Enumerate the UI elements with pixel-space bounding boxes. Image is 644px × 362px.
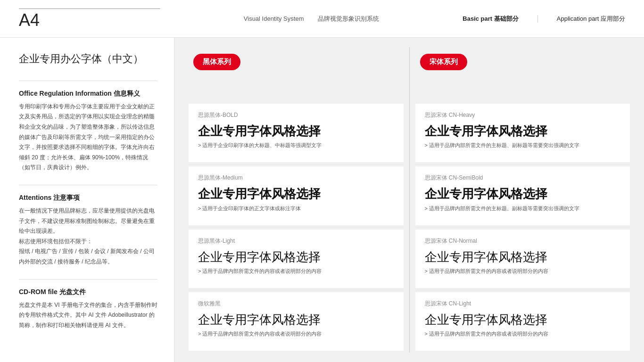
heiti-light-sample: 企业专用字体风格选择 xyxy=(198,250,394,264)
songti-heavy-desc: > 适用于品牌内部所需文件的主标题、副标题等需要突出强调的文字 xyxy=(425,141,621,150)
header-nav: Basic part 基础部分 Application part 应用部分 xyxy=(462,15,625,23)
sidebar-section-body-cdrom: 光盘文件是本 VI 手册电子文件的集合，内含手册制作时的专用软件格式文件。其中 … xyxy=(19,300,157,331)
heiti-column: 黑体系列 思源黑体-BOLD 企业专用字体风格选择 > 适用于企业印刷字体的大标… xyxy=(184,47,408,353)
songti-semibold-name: 思源宋体 CN-SemiBold xyxy=(425,174,621,182)
vi-title-en: Visual Identity System xyxy=(244,15,304,22)
heiti-bold-sample: 企业专用字体风格选择 xyxy=(198,124,394,139)
sidebar-divider-2 xyxy=(19,185,157,185)
sidebar-section-info: Office Regulation Information 信息释义 专用印刷字… xyxy=(19,90,157,173)
heiti-yahei-desc: > 适用于品牌内部所需文件的内容或者说明部分的内容 xyxy=(198,330,394,338)
sidebar-section-body-info: 专用印刷字体和专用办公字体主要应用于企业文献的正文及实务用品，所选定的字体用以实… xyxy=(19,102,157,173)
heiti-card-medium: 思源黑体-Medium 企业专用字体风格选择 > 适用于企业印刷字体的正文字体或… xyxy=(189,166,404,225)
sidebar-section-body-attentions: 在一般情况下使用品牌标志，应尽量使用提供的光盘电子文件，不建议使用标准制图绘制标… xyxy=(19,206,157,267)
songti-semibold-sample: 企业专用字体风格选择 xyxy=(425,187,621,201)
nav-separator xyxy=(537,15,538,23)
songti-badge: 宋体系列 xyxy=(420,54,467,70)
songti-card-normal: 思源宋体 CN-Normal 企业专用字体风格选择 > 适用于品牌内部所需文件的… xyxy=(415,230,630,288)
songti-divider-2 xyxy=(415,227,630,228)
songti-card-light: 思源宋体 CN-Light 企业专用字体风格选择 > 适用于品牌内部所需文件的内… xyxy=(415,292,630,351)
sidebar: 企业专用办公字体（中文） Office Regulation Informati… xyxy=(0,38,174,362)
songti-light-sample: 企业专用字体风格选择 xyxy=(425,313,621,327)
sidebar-section-title-info: Office Regulation Information 信息释义 xyxy=(19,90,157,98)
heiti-medium-desc: > 适用于企业印刷字体的正文字体或标注字体 xyxy=(198,205,394,213)
nav-application-part[interactable]: Application part 应用部分 xyxy=(557,15,625,23)
main-layout: 企业专用办公字体（中文） Office Regulation Informati… xyxy=(0,38,644,362)
heiti-light-desc: > 适用于品牌内部所需文件的内容或者说明部分的内容 xyxy=(198,267,394,276)
heiti-yahei-sample: 企业专用字体风格选择 xyxy=(198,313,394,327)
heiti-divider-2 xyxy=(189,227,404,228)
heiti-card-bold: 思源黑体-BOLD 企业专用字体风格选择 > 适用于企业印刷字体的大标题、中标题… xyxy=(189,104,404,162)
sidebar-divider-1 xyxy=(19,81,157,81)
heiti-bold-name: 思源黑体-BOLD xyxy=(198,111,394,119)
header-top-rule xyxy=(19,8,160,9)
font-content: 黑体系列 思源黑体-BOLD 企业专用字体风格选择 > 适用于企业印刷字体的大标… xyxy=(174,38,644,362)
heiti-divider-1 xyxy=(189,164,404,165)
songti-light-desc: > 适用于品牌内部所需文件的内容或者说明部分的内容 xyxy=(425,330,621,338)
songti-normal-name: 思源宋体 CN-Normal xyxy=(425,237,621,245)
header-title-group: Visual Identity System 品牌视觉形象识别系统 xyxy=(244,15,380,23)
songti-normal-desc: > 适用于品牌内部所需文件的内容或者说明部分的内容 xyxy=(425,267,621,276)
songti-column: 宋体系列 思源宋体 CN-Heavy 企业专用字体风格选择 > 适用于品牌内部所… xyxy=(411,47,635,353)
heiti-header: 黑体系列 xyxy=(184,47,408,102)
header: A4 Visual Identity System 品牌视觉形象识别系统 Bas… xyxy=(0,0,644,38)
column-separator xyxy=(409,47,410,353)
heiti-yahei-name: 微软雅黑 xyxy=(198,300,394,308)
nav-basic-part[interactable]: Basic part 基础部分 xyxy=(462,15,518,23)
songti-heavy-sample: 企业专用字体风格选择 xyxy=(425,124,621,139)
sidebar-divider-3 xyxy=(19,279,157,280)
songti-semibold-desc: > 适用于品牌内部所需文件的主标题、副标题等需要突出强调的文字 xyxy=(425,205,621,213)
songti-card-heavy: 思源宋体 CN-Heavy 企业专用字体风格选择 > 适用于品牌内部所需文件的主… xyxy=(415,104,630,162)
sidebar-section-title-cdrom: CD-ROM file 光盘文件 xyxy=(19,288,157,296)
page-size-label: A4 xyxy=(19,12,160,29)
heiti-badge: 黑体系列 xyxy=(193,54,240,70)
heiti-card-yahei: 微软雅黑 企业专用字体风格选择 > 适用于品牌内部所需文件的内容或者说明部分的内… xyxy=(189,292,404,351)
sidebar-section-attentions: Attentions 注意事项 在一般情况下使用品牌标志，应尽量使用提供的光盘电… xyxy=(19,194,157,267)
sidebar-section-cdrom: CD-ROM file 光盘文件 光盘文件是本 VI 手册电子文件的集合，内含手… xyxy=(19,288,157,331)
songti-divider-1 xyxy=(415,164,630,165)
vi-title-cn: 品牌视觉形象识别系统 xyxy=(318,15,379,23)
heiti-card-light: 思源黑体-Light 企业专用字体风格选择 > 适用于品牌内部所需文件的内容或者… xyxy=(189,230,404,288)
heiti-light-name: 思源黑体-Light xyxy=(198,237,394,245)
songti-normal-sample: 企业专用字体风格选择 xyxy=(425,250,621,264)
heiti-medium-name: 思源黑体-Medium xyxy=(198,174,394,182)
heiti-medium-sample: 企业专用字体风格选择 xyxy=(198,187,394,201)
header-center: Visual Identity System 品牌视觉形象识别系统 xyxy=(244,15,380,23)
heiti-divider-3 xyxy=(189,290,404,290)
songti-divider-3 xyxy=(415,290,630,290)
heiti-bold-desc: > 适用于企业印刷字体的大标题、中标题等强调型文字 xyxy=(198,141,394,150)
songti-card-semibold: 思源宋体 CN-SemiBold 企业专用字体风格选择 > 适用于品牌内部所需文… xyxy=(415,166,630,225)
header-left: A4 xyxy=(19,8,160,29)
songti-light-name: 思源宋体 CN-Light xyxy=(425,300,621,308)
sidebar-section-title-attentions: Attentions 注意事项 xyxy=(19,194,157,202)
songti-heavy-name: 思源宋体 CN-Heavy xyxy=(425,111,621,119)
songti-header: 宋体系列 xyxy=(411,47,635,102)
sidebar-main-title: 企业专用办公字体（中文） xyxy=(19,52,157,66)
